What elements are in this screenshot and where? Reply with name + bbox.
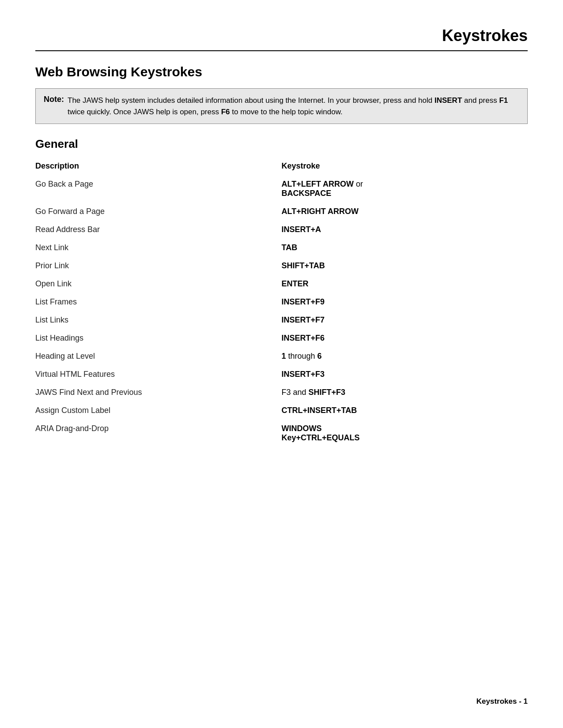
page-footer: Keystrokes - 1 bbox=[476, 697, 528, 706]
table-row: List Frames INSERT+F9 bbox=[35, 293, 528, 311]
note-label: Note: bbox=[44, 95, 64, 117]
table-row: Heading at Level 1 through 6 bbox=[35, 347, 528, 365]
footer-text: Keystrokes - 1 bbox=[476, 697, 528, 705]
description-cell: Go Forward a Page bbox=[35, 203, 282, 221]
keystroke-cell: ALT+RIGHT ARROW bbox=[282, 203, 528, 221]
description-cell: Heading at Level bbox=[35, 347, 282, 365]
table-row: List Headings INSERT+F6 bbox=[35, 329, 528, 347]
col-description-header: Description bbox=[35, 159, 282, 175]
table-row: Next Link TAB bbox=[35, 239, 528, 257]
description-cell: JAWS Find Next and Previous bbox=[35, 383, 282, 402]
section-title: Web Browsing Keystrokes bbox=[35, 64, 528, 79]
keystroke-cell: ENTER bbox=[282, 275, 528, 293]
table-row: Go Forward a Page ALT+RIGHT ARROW bbox=[35, 203, 528, 221]
keystrokes-table: Description Keystroke Go Back a Page ALT… bbox=[35, 159, 528, 447]
table-row: ARIA Drag-and-Drop WINDOWSKey+CTRL+EQUAL… bbox=[35, 420, 528, 447]
description-cell: List Frames bbox=[35, 293, 282, 311]
keystroke-cell: WINDOWSKey+CTRL+EQUALS bbox=[282, 420, 528, 447]
keystroke-cell: CTRL+INSERT+TAB bbox=[282, 402, 528, 420]
description-cell: Prior Link bbox=[35, 257, 282, 275]
keystroke-cell: INSERT+F3 bbox=[282, 365, 528, 383]
description-cell: Read Address Bar bbox=[35, 221, 282, 239]
table-row: List Links INSERT+F7 bbox=[35, 311, 528, 329]
keystroke-cell: SHIFT+TAB bbox=[282, 257, 528, 275]
description-cell: Open Link bbox=[35, 275, 282, 293]
keystroke-cell: TAB bbox=[282, 239, 528, 257]
keystroke-cell: F3 and SHIFT+F3 bbox=[282, 383, 528, 402]
table-row: Read Address Bar INSERT+A bbox=[35, 221, 528, 239]
table-row: Prior Link SHIFT+TAB bbox=[35, 257, 528, 275]
keystroke-cell: INSERT+F7 bbox=[282, 311, 528, 329]
page-title: Keystrokes bbox=[442, 26, 528, 45]
table-row: JAWS Find Next and Previous F3 and SHIFT… bbox=[35, 383, 528, 402]
table-row: Open Link ENTER bbox=[35, 275, 528, 293]
keystroke-cell: INSERT+A bbox=[282, 221, 528, 239]
keystroke-cell: INSERT+F9 bbox=[282, 293, 528, 311]
note-box: Note: The JAWS help system includes deta… bbox=[35, 88, 528, 124]
description-cell: Virtual HTML Features bbox=[35, 365, 282, 383]
description-cell: List Links bbox=[35, 311, 282, 329]
col-keystroke-header: Keystroke bbox=[282, 159, 528, 175]
description-cell: ARIA Drag-and-Drop bbox=[35, 420, 282, 447]
table-row: Virtual HTML Features INSERT+F3 bbox=[35, 365, 528, 383]
general-heading: General bbox=[35, 137, 528, 151]
table-row: Assign Custom Label CTRL+INSERT+TAB bbox=[35, 402, 528, 420]
keystroke-cell: INSERT+F6 bbox=[282, 329, 528, 347]
page-header: Keystrokes bbox=[35, 26, 528, 51]
description-cell: List Headings bbox=[35, 329, 282, 347]
keystroke-cell: ALT+LEFT ARROW orBACKSPACE bbox=[282, 175, 528, 203]
table-row: Go Back a Page ALT+LEFT ARROW orBACKSPAC… bbox=[35, 175, 528, 203]
page-container: Keystrokes Web Browsing Keystrokes Note:… bbox=[0, 0, 563, 482]
keystroke-cell: 1 through 6 bbox=[282, 347, 528, 365]
description-cell: Go Back a Page bbox=[35, 175, 282, 203]
description-cell: Assign Custom Label bbox=[35, 402, 282, 420]
note-text: The JAWS help system includes detailed i… bbox=[68, 95, 519, 117]
description-cell: Next Link bbox=[35, 239, 282, 257]
